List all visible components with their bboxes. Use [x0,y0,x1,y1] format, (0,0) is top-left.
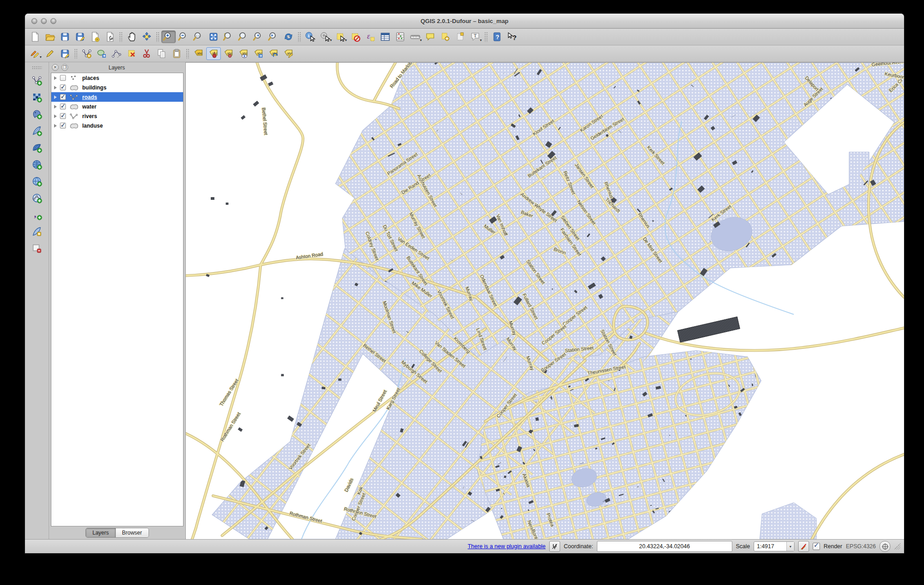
map-canvas[interactable]: Road to Marloth NatureAshton RoadBethel … [185,62,904,539]
plugin-icon[interactable] [549,541,560,552]
minimize-window-button[interactable] [41,18,47,24]
resize-grip[interactable] [894,543,900,550]
layer-item-places[interactable]: places [51,73,183,83]
scale-combobox[interactable]: 1:4917 ▼ [754,541,795,551]
layer-visibility-checkbox[interactable] [60,94,66,100]
zoom-out-button[interactable] [176,30,191,43]
layer-item-water[interactable]: water [51,102,183,111]
add-raster-layer-button[interactable] [29,90,45,104]
copy-features-button[interactable] [154,47,169,60]
layer-item-buildings[interactable]: buildings [51,83,183,92]
add-spatialite-layer-icon [31,125,42,136]
open-project-icon [45,31,55,42]
layer-item-landuse[interactable]: landuse [51,121,183,130]
layer-visibility-checkbox[interactable] [60,84,66,90]
move-feature-button[interactable] [94,47,109,60]
expand-arrow-icon[interactable] [54,95,57,99]
zoom-in-button[interactable] [161,30,176,43]
identify-features-button[interactable]: i [303,30,318,43]
new-bookmark-button[interactable] [438,30,452,43]
paste-features-button[interactable] [169,47,184,60]
expand-arrow-icon[interactable] [54,86,57,89]
select-by-expression-button[interactable]: ε [363,30,378,43]
add-spatialite-layer-button[interactable] [29,124,45,138]
tab-browser[interactable]: Browser [115,528,149,537]
tab-layers[interactable]: Layers [86,528,115,537]
rotate-label-button[interactable]: abc [266,47,281,60]
layer-visibility-checkbox[interactable] [60,104,66,109]
add-feature-button[interactable] [79,47,94,60]
layer-item-rivers[interactable]: rivers [51,111,183,121]
new-shapefile-layer-button[interactable] [29,225,45,238]
node-tool-button[interactable] [109,47,124,60]
add-delimited-text-layer-button[interactable]: , [29,208,45,222]
save-layer-edits-button[interactable] [58,47,72,60]
current-edits-button[interactable]: ▼ [28,47,42,60]
zoom-window-button[interactable] [50,18,56,24]
stop-render-icon[interactable] [798,541,809,552]
panel-close-icon[interactable]: ✕ [52,64,59,71]
save-project-as-button[interactable] [73,30,87,43]
crs-status-icon[interactable] [879,541,890,552]
zoom-next-button[interactable] [266,30,281,43]
deselect-features-button[interactable] [348,30,363,43]
pan-to-selection-button[interactable] [139,30,154,43]
layer-visibility-checkbox[interactable] [60,123,66,129]
add-mssql-layer-button[interactable] [29,141,45,154]
zoom-to-selection-button[interactable] [221,30,236,43]
layer-name: water [82,104,96,110]
layer-item-roads[interactable]: roads [51,92,183,102]
add-wms-layer-button[interactable] [29,158,45,171]
add-vector-layer-button[interactable] [29,74,45,87]
title-bar[interactable]: QGIS 2.0.1-Dufour – basic_map [25,14,904,29]
zoom-last-button[interactable] [251,30,266,43]
layer-visibility-checkbox[interactable] [60,113,66,119]
add-wfs-layer-button[interactable] [29,191,45,205]
zoom-full-button[interactable] [206,30,221,43]
toolbar-handle[interactable] [32,66,42,69]
close-window-button[interactable] [31,18,37,24]
expand-arrow-icon[interactable] [54,124,57,128]
map-tips-button[interactable] [423,30,437,43]
field-calculator-button[interactable] [393,30,407,43]
new-plugin-link[interactable]: There is a new plugin available [467,543,546,550]
show-hide-labels-button[interactable]: abc [236,47,251,60]
whats-this-button[interactable]: ? [505,30,519,43]
composer-manager-button[interactable] [103,30,117,43]
expand-arrow-icon[interactable] [54,105,57,109]
cut-features-button[interactable] [139,47,154,60]
render-checkbox[interactable] [813,543,820,550]
zoom-to-layer-button[interactable] [236,30,251,43]
pin-labels-button[interactable]: abc [206,47,221,60]
text-annotation-button[interactable]: T▼ [468,30,482,43]
panel-float-icon[interactable]: ❐ [61,64,68,71]
select-features-button[interactable]: ▼ [333,30,348,43]
delete-selected-button[interactable] [124,47,139,60]
zoom-native-button[interactable]: 1:1 [191,30,206,43]
expand-arrow-icon[interactable] [54,114,57,118]
add-wcs-layer-icon [31,176,42,187]
new-project-button[interactable] [28,30,42,43]
open-project-button[interactable] [43,30,57,43]
toggle-editing-button[interactable] [43,47,57,60]
measure-line-button[interactable]: ▼ [408,30,422,43]
move-label-button[interactable]: abc [251,47,266,60]
pan-map-button[interactable] [124,30,139,43]
refresh-map-button[interactable] [281,30,296,43]
change-label-button[interactable]: abc [281,47,296,60]
help-contents-button[interactable]: ? [490,30,504,43]
coordinate-input[interactable] [597,541,732,552]
layer-visibility-checkbox[interactable] [60,75,66,81]
expand-arrow-icon[interactable] [54,76,57,80]
new-label-button[interactable]: abc [191,47,206,60]
open-attribute-table-button[interactable] [378,30,392,43]
remove-layer-button[interactable] [29,242,45,255]
run-feature-action-button[interactable]: ▼ [318,30,333,43]
add-wcs-layer-button[interactable] [29,174,45,188]
add-postgis-layer-button[interactable] [29,107,45,121]
save-project-button[interactable] [58,30,72,43]
show-bookmarks-button[interactable] [453,30,467,43]
show-pinned-labels-button[interactable]: abc [221,47,236,60]
scale-dropdown-icon[interactable]: ▼ [786,542,794,551]
new-print-composer-button[interactable] [88,30,102,43]
